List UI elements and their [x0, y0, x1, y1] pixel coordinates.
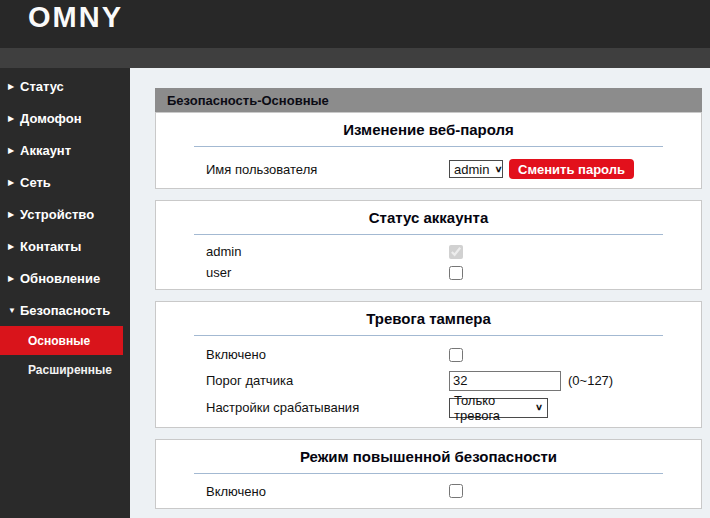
panel-title: Статус аккаунта: [156, 201, 701, 226]
omny-logo: OMNY: [28, 2, 123, 33]
panel-title: Изменение веб-пароля: [156, 113, 701, 138]
chevron-down-icon: ∨: [535, 402, 543, 412]
sidebar-item-network[interactable]: ▶ Сеть: [0, 166, 130, 198]
triangle-right-icon: ▶: [8, 146, 20, 155]
sidebar-item-intercom[interactable]: ▶ Домофон: [0, 102, 130, 134]
divider: [194, 473, 663, 474]
panel-account-status: Статус аккаунта admin user: [155, 200, 702, 290]
triangle-down-icon: ▼: [8, 306, 20, 315]
tamper-threshold-row: Порог датчика (0~127): [156, 367, 701, 394]
divider: [194, 234, 663, 235]
triangle-right-icon: ▶: [8, 210, 20, 219]
sidebar: ▶ Статус ▶ Домофон ▶ Аккаунт ▶ Сеть ▶ Ус…: [0, 68, 130, 518]
tamper-trigger-row: Настройки срабатывания Только тревога ∨: [156, 394, 701, 421]
sidebar-subitem-basic[interactable]: Основные: [0, 326, 123, 355]
triangle-right-icon: ▶: [8, 242, 20, 251]
tamper-enabled-row: Включено: [156, 342, 701, 367]
top-header: OMNY: [0, 0, 710, 48]
tamper-threshold-label: Порог датчика: [206, 373, 449, 388]
chevron-down-icon: ∨: [494, 164, 502, 174]
triangle-right-icon: ▶: [8, 274, 20, 283]
sidebar-subitem-advanced[interactable]: Расширенные: [0, 355, 130, 384]
divider: [194, 146, 663, 147]
change-password-button[interactable]: Сменить пароль: [509, 159, 634, 179]
triangle-right-icon: ▶: [8, 114, 20, 123]
admin-label: admin: [206, 244, 449, 259]
divider: [194, 335, 663, 336]
username-select-value: admin: [454, 162, 489, 177]
header-subbar: [0, 48, 710, 68]
tamper-trigger-select[interactable]: Только тревога ∨: [449, 398, 548, 418]
triangle-right-icon: ▶: [8, 178, 20, 187]
panel-title: Режим повышенной безопасности: [156, 440, 701, 465]
tamper-enabled-checkbox[interactable]: [449, 348, 463, 362]
sidebar-item-upgrade[interactable]: ▶ Обновление: [0, 262, 130, 294]
panel-secure-mode: Режим повышенной безопасности Включено: [155, 439, 702, 509]
sidebar-item-contacts[interactable]: ▶ Контакты: [0, 230, 130, 262]
sidebar-item-device[interactable]: ▶ Устройство: [0, 198, 130, 230]
tamper-threshold-range: (0~127): [568, 373, 613, 388]
secure-enabled-label: Включено: [206, 484, 449, 499]
content-area: Безопасность-Основные Изменение веб-паро…: [130, 68, 710, 518]
tamper-trigger-label: Настройки срабатывания: [206, 400, 449, 415]
secure-enabled-checkbox[interactable]: [449, 484, 463, 498]
panel-web-password: Изменение веб-пароля Имя пользователя ad…: [155, 112, 702, 189]
tamper-threshold-input[interactable]: [449, 371, 561, 391]
sidebar-item-account[interactable]: ▶ Аккаунт: [0, 134, 130, 166]
account-row-user: user: [156, 262, 701, 283]
triangle-right-icon: ▶: [8, 82, 20, 91]
tamper-trigger-select-value: Только тревога: [454, 393, 530, 423]
sidebar-item-status[interactable]: ▶ Статус: [0, 70, 130, 102]
panel-tamper-alarm: Тревога тампера Включено Порог датчика (…: [155, 301, 702, 428]
tamper-enabled-label: Включено: [206, 347, 449, 362]
secure-enabled-row: Включено: [156, 480, 701, 502]
sidebar-item-security[interactable]: ▼ Безопасность: [0, 294, 130, 326]
panel-title: Тревога тампера: [156, 302, 701, 327]
page-title-bar: Безопасность-Основные: [155, 88, 702, 112]
account-row-admin: admin: [156, 241, 701, 262]
username-label: Имя пользователя: [206, 162, 449, 177]
admin-status-checkbox[interactable]: [449, 245, 463, 259]
page-title: Безопасность-Основные: [167, 93, 329, 108]
username-select[interactable]: admin ∨: [449, 160, 503, 178]
user-label: user: [206, 265, 449, 280]
user-status-checkbox[interactable]: [449, 266, 463, 280]
